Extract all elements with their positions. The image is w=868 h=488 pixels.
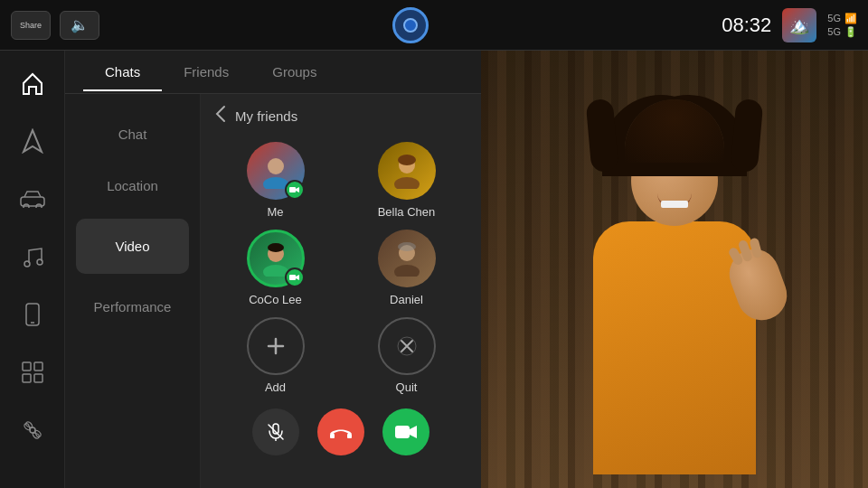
mute-button[interactable] bbox=[252, 408, 299, 455]
nav-location[interactable]: Location bbox=[65, 160, 200, 211]
sidebar-phone[interactable] bbox=[14, 296, 51, 333]
friends-header: My friends bbox=[215, 105, 467, 127]
svg-point-18 bbox=[398, 155, 416, 165]
svg-rect-15 bbox=[289, 187, 296, 192]
svg-rect-33 bbox=[347, 434, 352, 438]
svg-rect-11 bbox=[34, 374, 42, 382]
sidebar-apps[interactable] bbox=[14, 354, 51, 390]
top-bar-left: Share 🔈 bbox=[11, 11, 99, 40]
svg-rect-32 bbox=[330, 434, 335, 438]
video-toggle-button[interactable] bbox=[382, 408, 429, 455]
svg-rect-22 bbox=[289, 275, 296, 280]
friend-name-coco: CoCo Lee bbox=[249, 293, 302, 306]
avatar-image: 🏔️ bbox=[782, 8, 816, 42]
volume-icon: 🔈 bbox=[71, 16, 89, 33]
quit-call[interactable]: Quit bbox=[346, 317, 467, 394]
avatar-bella bbox=[378, 142, 436, 200]
battery-icon: 🔋 bbox=[844, 26, 857, 38]
svg-point-24 bbox=[394, 265, 420, 277]
avatar-me bbox=[247, 142, 305, 200]
video-panel bbox=[481, 51, 868, 488]
svg-point-25 bbox=[398, 242, 416, 251]
friend-me[interactable]: Me bbox=[215, 142, 335, 219]
teeth bbox=[661, 201, 688, 208]
friend-bella[interactable]: Bella Chen bbox=[346, 142, 467, 219]
sidebar bbox=[0, 51, 65, 488]
status-icons: 5G 📶 5G 🔋 bbox=[827, 13, 857, 38]
svg-point-21 bbox=[268, 243, 284, 252]
nav-chat[interactable]: Chat bbox=[65, 108, 200, 160]
nav-performance[interactable]: Performance bbox=[65, 281, 200, 333]
add-label: Add bbox=[265, 380, 286, 394]
battery-row: 5G 🔋 bbox=[827, 26, 857, 38]
center-panel: Chats Friends Groups Chat Location Video bbox=[65, 51, 481, 488]
sidebar-music[interactable] bbox=[14, 239, 51, 275]
friend-daniel[interactable]: Daniel bbox=[346, 230, 467, 306]
tab-chats[interactable]: Chats bbox=[83, 53, 162, 90]
user-avatar: 🏔️ bbox=[782, 8, 816, 42]
svg-point-13 bbox=[268, 158, 284, 174]
sidebar-home[interactable] bbox=[14, 65, 51, 101]
content-area: Chat Location Video Performance bbox=[65, 94, 481, 488]
signal-icon: 5G bbox=[827, 13, 841, 23]
right-eye bbox=[687, 167, 700, 174]
svg-rect-10 bbox=[23, 374, 31, 382]
svg-rect-34 bbox=[395, 426, 410, 438]
top-bar: Share 🔈 08:32 🏔️ 5G 📶 5G 🔋 bbox=[0, 0, 868, 51]
friend-coco[interactable]: CoCo Lee bbox=[215, 230, 335, 306]
friends-title: My friends bbox=[235, 108, 297, 124]
friend-name-bella: Bella Chen bbox=[378, 205, 436, 219]
left-eye bbox=[649, 167, 662, 174]
person-figure bbox=[530, 51, 819, 488]
back-button[interactable] bbox=[215, 105, 226, 127]
tab-groups[interactable]: Groups bbox=[250, 53, 338, 90]
friends-panel: My friends bbox=[201, 94, 481, 488]
svg-point-4 bbox=[24, 261, 30, 267]
video-background bbox=[481, 51, 868, 488]
share-label: Share bbox=[20, 21, 42, 30]
svg-marker-0 bbox=[24, 130, 42, 152]
svg-line-31 bbox=[269, 425, 283, 439]
sidebar-navigation[interactable] bbox=[14, 123, 51, 159]
call-controls bbox=[215, 394, 467, 470]
svg-point-5 bbox=[37, 259, 42, 265]
hand bbox=[722, 242, 794, 327]
wifi-icon: 📶 bbox=[844, 13, 857, 24]
add-contact[interactable]: Add bbox=[215, 317, 335, 394]
end-call-button[interactable] bbox=[317, 408, 364, 455]
alexa-indicator bbox=[403, 18, 418, 33]
svg-rect-9 bbox=[34, 362, 42, 371]
svg-point-17 bbox=[394, 177, 420, 189]
hair-left bbox=[586, 99, 619, 173]
signal-row: 5G 📶 bbox=[827, 13, 857, 24]
top-bar-right: 08:32 🏔️ 5G 📶 5G 🔋 bbox=[722, 8, 857, 42]
shirt bbox=[593, 221, 756, 474]
add-circle bbox=[247, 317, 305, 375]
nav-column: Chat Location Video Performance bbox=[65, 94, 201, 488]
sidebar-fan[interactable] bbox=[14, 412, 51, 448]
sidebar-car[interactable] bbox=[14, 181, 51, 217]
clock: 08:32 bbox=[722, 14, 771, 37]
friends-grid: Me Bell bbox=[215, 142, 467, 394]
friend-name-me: Me bbox=[267, 205, 283, 219]
main-layout: Chats Friends Groups Chat Location Video bbox=[0, 51, 868, 488]
volume-button[interactable]: 🔈 bbox=[60, 11, 99, 40]
video-badge-coco bbox=[285, 267, 305, 287]
tab-friends[interactable]: Friends bbox=[162, 53, 250, 90]
svg-point-12 bbox=[30, 427, 35, 433]
friend-name-daniel: Daniel bbox=[390, 293, 423, 306]
avatar-coco bbox=[247, 230, 305, 287]
hair-right bbox=[731, 99, 764, 173]
svg-rect-8 bbox=[23, 362, 31, 371]
video-badge-me bbox=[285, 180, 305, 200]
quit-circle bbox=[378, 317, 436, 375]
signal2-icon: 5G bbox=[827, 26, 841, 37]
tabs: Chats Friends Groups bbox=[65, 51, 481, 94]
share-button[interactable]: Share bbox=[11, 11, 51, 40]
nav-video[interactable]: Video bbox=[76, 219, 189, 274]
quit-label: Quit bbox=[396, 380, 418, 394]
avatar-daniel bbox=[378, 230, 436, 287]
alexa-button[interactable] bbox=[392, 7, 429, 43]
hair bbox=[625, 99, 724, 163]
